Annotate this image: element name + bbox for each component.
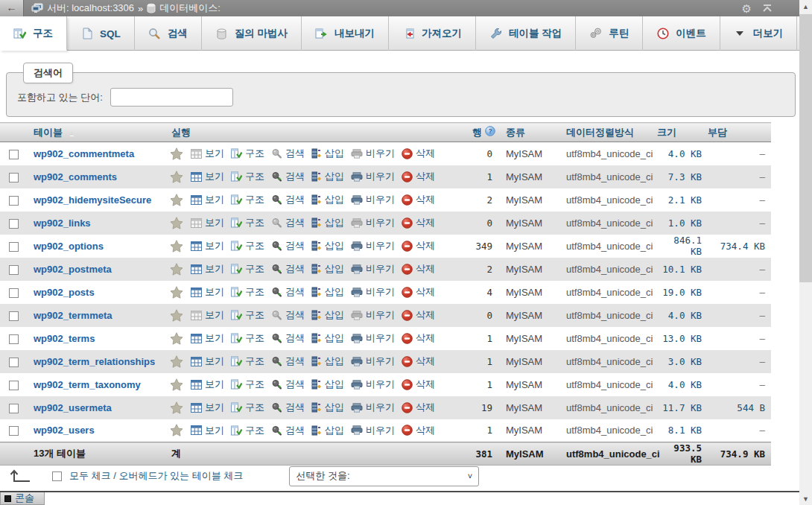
action-row-search-link[interactable]: 검색: [271, 239, 305, 252]
action-insert-link[interactable]: 삽입: [311, 170, 344, 183]
table-name-link[interactable]: wp902_posts: [34, 287, 95, 298]
action-browse-link[interactable]: 보기: [191, 378, 224, 391]
action-delete-link[interactable]: 삭제: [402, 285, 435, 299]
row-checkbox[interactable]: [9, 196, 19, 206]
tab-구조[interactable]: 구조: [0, 16, 67, 51]
tab-가져오기[interactable]: 가져오기: [389, 16, 476, 51]
row-checkbox[interactable]: [9, 173, 19, 182]
action-insert-link[interactable]: 삽입: [311, 424, 344, 437]
back-button[interactable]: ←: [0, 0, 24, 16]
action-empty-link[interactable]: 비우기: [351, 262, 395, 276]
action-browse-link[interactable]: 보기: [191, 170, 224, 183]
header-overhead[interactable]: 부담: [708, 123, 771, 142]
action-browse-link[interactable]: 보기: [191, 147, 224, 160]
table-size[interactable]: 846.1 KB: [657, 235, 708, 258]
breadcrumb-server[interactable]: 서버: localhost:3306: [47, 1, 134, 15]
tab-질의-마법사[interactable]: 질의 마법사: [202, 16, 302, 51]
table-name-link[interactable]: wp902_term_taxonomy: [34, 379, 141, 390]
row-checkbox[interactable]: [9, 311, 19, 321]
action-delete-link[interactable]: 삭제: [402, 308, 435, 322]
header-type[interactable]: 종류: [497, 123, 560, 142]
table-name-link[interactable]: wp902_termmeta: [34, 310, 112, 321]
action-browse-link[interactable]: 보기: [191, 285, 224, 299]
favorite-star-icon[interactable]: [170, 217, 183, 229]
action-delete-link[interactable]: 삭제: [402, 355, 435, 368]
table-size[interactable]: 3.0 KB: [657, 350, 708, 373]
action-browse-link[interactable]: 보기: [191, 193, 224, 206]
table-size[interactable]: 10.1 KB: [657, 258, 708, 281]
action-browse-link[interactable]: 보기: [191, 262, 224, 276]
action-browse-link[interactable]: 보기: [191, 401, 224, 414]
favorite-star-icon[interactable]: [170, 424, 183, 436]
action-row-search-link[interactable]: 검색: [271, 193, 305, 206]
collapse-panel-icon[interactable]: [762, 4, 773, 13]
action-delete-link[interactable]: 삭제: [402, 424, 435, 437]
action-row-search-link[interactable]: 검색: [271, 401, 305, 414]
action-structure-link[interactable]: 구조: [231, 262, 264, 276]
action-browse-link[interactable]: 보기: [191, 331, 224, 345]
action-structure-link[interactable]: 구조: [231, 401, 264, 414]
table-size[interactable]: 8.1 KB: [657, 419, 708, 442]
action-browse-link[interactable]: 보기: [191, 308, 224, 322]
favorite-star-icon[interactable]: [170, 332, 183, 345]
action-delete-link[interactable]: 삭제: [402, 170, 435, 183]
table-name-link[interactable]: wp902_options: [34, 241, 104, 252]
row-checkbox[interactable]: [9, 404, 19, 413]
action-insert-link[interactable]: 삽입: [311, 147, 344, 160]
table-size[interactable]: 19.0 KB: [657, 281, 708, 304]
action-row-search-link[interactable]: 검색: [271, 378, 305, 391]
action-row-search-link[interactable]: 검색: [271, 285, 305, 299]
action-row-search-link[interactable]: 검색: [271, 170, 305, 183]
action-structure-link[interactable]: 구조: [231, 285, 264, 299]
table-size[interactable]: 7.3 KB: [657, 165, 708, 188]
row-checkbox[interactable]: [9, 242, 19, 252]
settings-gear-icon[interactable]: ⚙: [742, 3, 752, 14]
action-empty-link[interactable]: 비우기: [351, 216, 395, 229]
row-checkbox[interactable]: [9, 288, 19, 298]
table-size[interactable]: 11.7 KB: [657, 396, 708, 419]
action-empty-link[interactable]: 비우기: [351, 285, 395, 299]
action-insert-link[interactable]: 삽입: [311, 262, 344, 276]
row-checkbox[interactable]: [9, 381, 19, 390]
table-name-link[interactable]: wp902_links: [34, 217, 91, 229]
action-empty-link[interactable]: 비우기: [351, 147, 395, 160]
action-empty-link[interactable]: 비우기: [351, 331, 395, 345]
tab-테이블-작업[interactable]: 테이블 작업: [476, 16, 576, 51]
action-insert-link[interactable]: 삽입: [311, 308, 344, 322]
breadcrumb-database[interactable]: 데이터베이스:: [159, 1, 221, 15]
action-empty-link[interactable]: 비우기: [351, 355, 395, 368]
action-empty-link[interactable]: 비우기: [351, 239, 395, 252]
action-empty-link[interactable]: 비우기: [351, 424, 395, 437]
action-delete-link[interactable]: 삭제: [402, 216, 435, 229]
table-name-link[interactable]: wp902_comments: [34, 171, 117, 182]
action-empty-link[interactable]: 비우기: [351, 170, 395, 183]
action-insert-link[interactable]: 삽입: [311, 285, 344, 299]
action-delete-link[interactable]: 삭제: [402, 193, 435, 206]
tab-더보기[interactable]: 더보기: [720, 16, 798, 51]
favorite-star-icon[interactable]: [170, 240, 183, 252]
tab-루틴[interactable]: 루틴: [576, 16, 643, 51]
action-insert-link[interactable]: 삽입: [311, 355, 344, 368]
help-icon[interactable]: ?: [485, 126, 495, 139]
action-empty-link[interactable]: 비우기: [351, 401, 395, 414]
action-empty-link[interactable]: 비우기: [351, 378, 395, 391]
scroll-up-icon[interactable]: ▲: [799, 0, 812, 13]
favorite-star-icon[interactable]: [170, 355, 183, 368]
header-rows[interactable]: 행 ?: [463, 123, 497, 142]
table-name-link[interactable]: wp902_hidemysiteSecure: [34, 194, 151, 206]
table-name-link[interactable]: wp902_postmeta: [34, 264, 112, 275]
action-row-search-link[interactable]: 검색: [271, 262, 305, 276]
action-structure-link[interactable]: 구조: [231, 378, 264, 391]
vertical-scrollbar[interactable]: ▲ ▼: [799, 0, 812, 505]
action-row-search-link[interactable]: 검색: [271, 355, 305, 368]
filter-input[interactable]: [110, 88, 233, 107]
action-insert-link[interactable]: 삽입: [311, 331, 344, 345]
action-structure-link[interactable]: 구조: [231, 331, 264, 345]
with-selected-dropdown[interactable]: 선택한 것을: ˅: [289, 466, 479, 486]
action-browse-link[interactable]: 보기: [191, 239, 224, 252]
tab-내보내기[interactable]: 내보내기: [302, 16, 389, 51]
action-structure-link[interactable]: 구조: [231, 170, 264, 183]
action-row-search-link[interactable]: 검색: [271, 216, 305, 229]
action-row-search-link[interactable]: 검색: [271, 424, 305, 437]
action-row-search-link[interactable]: 검색: [271, 308, 305, 322]
